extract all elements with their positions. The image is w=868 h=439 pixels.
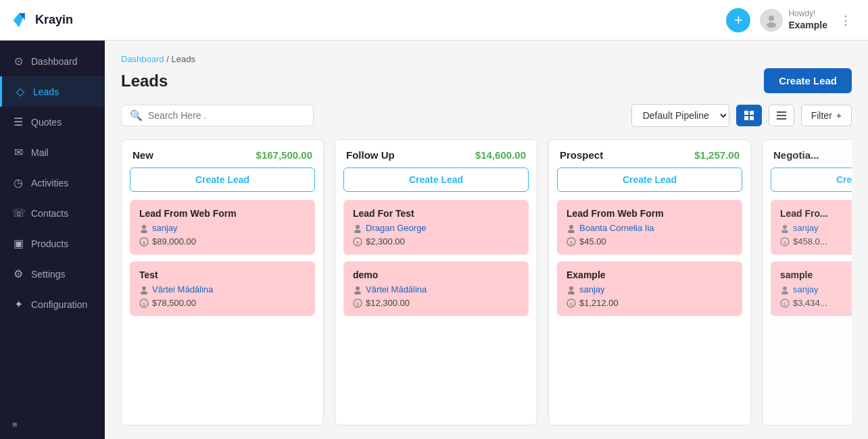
sidebar-bottom-toggle[interactable]: ≡ (0, 410, 105, 439)
kanban-col-amount-follow-up: $14,600.00 (475, 149, 526, 161)
svg-point-39 (783, 286, 787, 290)
svg-point-16 (141, 291, 147, 294)
sidebar-item-activities[interactable]: ◷ Activities (0, 167, 105, 198)
svg-text:$: $ (783, 240, 787, 246)
kanban-card-user-name[interactable]: Boanta Cornelia Iia (579, 223, 654, 233)
kanban-col-prospect: Prospect $1,257.00 Create Lead Lead From… (548, 139, 751, 425)
create-lead-button[interactable]: Create Lead (764, 68, 852, 93)
svg-point-19 (356, 225, 360, 229)
grid-view-button[interactable] (736, 105, 762, 126)
svg-point-3 (767, 22, 776, 28)
sidebar-item-label-activities: Activities (31, 178, 68, 188)
kanban-card-amount-value: $12,300.00 (366, 298, 410, 308)
leads-icon: ◇ (14, 85, 26, 98)
sidebar-item-settings[interactable]: ⚙ Settings (0, 259, 105, 289)
products-icon: ▣ (12, 237, 24, 250)
kanban-card-title: demo (353, 269, 519, 280)
search-input[interactable] (148, 110, 305, 121)
filter-button[interactable]: Filter + (801, 105, 852, 126)
svg-point-2 (769, 16, 774, 21)
svg-point-27 (569, 225, 573, 229)
svg-text:$: $ (356, 240, 360, 246)
add-button[interactable]: + (726, 8, 750, 32)
activities-icon: ◷ (12, 176, 24, 189)
svg-rect-10 (777, 118, 786, 120)
quotes-icon: ☰ (12, 115, 24, 128)
kanban-card-title: Lead From Web Form (139, 208, 306, 219)
kanban-card-title: Lead From Web Form (566, 208, 733, 219)
kanban-card[interactable]: Lead Fro... sanjay $ $458.0... (771, 200, 852, 255)
svg-rect-9 (777, 115, 786, 116)
kanban-card[interactable]: sample sanjay $ $3,434... (771, 261, 852, 316)
svg-point-15 (142, 286, 146, 290)
kanban-wrapper: New $167,500.00 Create Lead Lead From We… (121, 139, 852, 425)
kanban-card-user-name[interactable]: Dragan George (366, 223, 427, 233)
sidebar-item-leads[interactable]: ◇ Leads (0, 76, 105, 107)
kanban-card-user-name[interactable]: Vârtei Mădălina (366, 284, 427, 294)
sidebar-item-label-configuration: Configuration (31, 299, 87, 310)
kanban-card-title: Test (139, 269, 306, 280)
sidebar-item-quotes[interactable]: ☰ Quotes (0, 107, 105, 137)
sidebar: Krayin ⊙ Dashboard ◇ Leads ☰ Quotes ✉ Ma… (0, 0, 105, 439)
dashboard-icon: ⊙ (12, 55, 24, 68)
settings-icon: ⚙ (12, 267, 24, 280)
kanban-card-title: Lead For Test (353, 208, 519, 219)
kanban-card[interactable]: Lead For Test Dragan George $ $2,300.00 (343, 200, 529, 255)
list-view-button[interactable] (769, 105, 794, 126)
sidebar-item-label-contacts: Contacts (31, 208, 68, 219)
svg-text:$: $ (570, 301, 573, 307)
sidebar-item-label-leads: Leads (33, 86, 59, 97)
create-lead-button-follow-up[interactable]: Create Lead (343, 167, 529, 192)
more-options-icon[interactable]: ⋮ (837, 10, 854, 30)
svg-rect-5 (750, 111, 754, 115)
avatar (760, 9, 783, 32)
configuration-icon: ✦ (12, 298, 24, 311)
kanban-col-new: New $167,500.00 Create Lead Lead From We… (121, 139, 324, 425)
kanban-col-header-new: New $167,500.00 (122, 140, 323, 167)
pipeline-select[interactable]: Default Pipeline (631, 104, 729, 127)
svg-point-12 (141, 230, 147, 233)
svg-point-23 (356, 286, 360, 290)
svg-rect-6 (744, 116, 748, 120)
svg-point-40 (781, 291, 788, 294)
kanban-card-amount: $ $3,434... (780, 298, 852, 308)
kanban-card-user-name[interactable]: Vârtei Mădălina (152, 284, 213, 294)
kanban-card-user-name[interactable]: sanjay (793, 284, 819, 294)
kanban-card-amount-value: $2,300.00 (366, 236, 405, 247)
kanban-card-user: Boanta Cornelia Iia (566, 223, 733, 233)
kanban-card[interactable]: Lead From Web Form sanjay $ $89,000.00 (130, 200, 315, 255)
svg-rect-8 (777, 111, 786, 113)
kanban-card[interactable]: demo Vârtei Mădălina $ $12,300.00 (343, 261, 529, 316)
sidebar-item-label-settings: Settings (31, 269, 66, 280)
svg-text:$: $ (143, 301, 146, 307)
kanban-col-negotia: Negotia... Create Lead Lead Fro... sanja… (762, 139, 852, 425)
breadcrumb-dashboard[interactable]: Dashboard (121, 54, 164, 64)
toolbar-right: Default Pipeline Filter + (631, 104, 852, 127)
kanban-board: New $167,500.00 Create Lead Lead From We… (121, 139, 852, 425)
kanban-col-header-prospect: Prospect $1,257.00 (549, 140, 750, 167)
kanban-card-title: Lead Fro... (780, 208, 852, 219)
kanban-col-header-negotia: Negotia... (763, 140, 852, 167)
sidebar-item-dashboard[interactable]: ⊙ Dashboard (0, 46, 105, 76)
create-lead-button-new[interactable]: Create Lead (130, 167, 315, 192)
kanban-card-amount: $ $89,000.00 (139, 236, 306, 247)
sidebar-item-products[interactable]: ▣ Products (0, 228, 105, 259)
sidebar-item-label-products: Products (31, 238, 68, 249)
sidebar-item-contacts[interactable]: ☏ Contacts (0, 198, 105, 228)
kanban-card-user: Dragan George (353, 223, 519, 233)
create-lead-button-prospect[interactable]: Create Lead (557, 167, 742, 192)
kanban-card[interactable]: Lead From Web Form Boanta Cornelia Iia $… (557, 200, 742, 255)
kanban-card-amount-value: $3,434... (793, 298, 827, 308)
kanban-card-user-name[interactable]: sanjay (793, 223, 819, 233)
kanban-card-user: sanjay (566, 284, 733, 294)
kanban-card[interactable]: Example sanjay $ $1,212.00 (557, 261, 742, 316)
kanban-card[interactable]: Test Vârtei Mădălina $ $78,500.00 (130, 261, 315, 316)
user-menu[interactable]: Howdy! Example (760, 9, 827, 32)
kanban-card-amount: $ $45.00 (566, 236, 733, 247)
kanban-card-user-name[interactable]: sanjay (152, 223, 178, 233)
sidebar-item-configuration[interactable]: ✦ Configuration (0, 289, 105, 319)
sidebar-item-mail[interactable]: ✉ Mail (0, 137, 105, 167)
create-lead-button-negotia[interactable]: Create Lead (771, 167, 852, 192)
kanban-card-user-name[interactable]: sanjay (579, 284, 605, 294)
breadcrumb-current: Leads (171, 54, 195, 64)
